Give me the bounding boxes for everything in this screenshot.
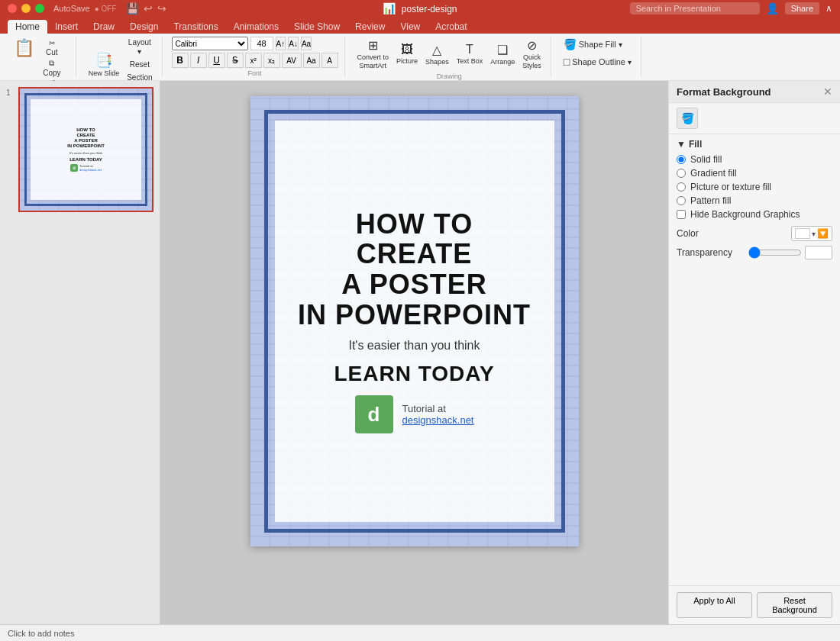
- font-case-button[interactable]: Aa: [303, 53, 320, 68]
- subscript-button[interactable]: x₂: [263, 53, 280, 68]
- shapes-button[interactable]: △ Shapes: [422, 41, 452, 67]
- format-panel: Format Background ✕ 🪣 ▼ Fill Solid fill …: [668, 81, 840, 624]
- tab-draw[interactable]: Draw: [86, 20, 122, 34]
- shape-fill-button[interactable]: 🪣 Shape Fill ▾: [561, 37, 635, 52]
- bold-button[interactable]: B: [172, 53, 189, 68]
- font-size-increase-button[interactable]: A↑: [276, 37, 286, 50]
- notes-placeholder[interactable]: Click to add notes: [8, 629, 74, 638]
- main-area: HOW TO CREATE A POSTER IN POWERPOINT It'…: [160, 81, 668, 624]
- slide-thumbnail[interactable]: HOW TO CREATE A POSTER IN POWERPOINT It'…: [18, 87, 153, 212]
- color-picker-chevron: ▾: [812, 230, 816, 238]
- cut-icon: ✂: [49, 39, 55, 47]
- italic-button[interactable]: I: [190, 53, 207, 68]
- search-input[interactable]: [630, 2, 760, 14]
- arrange-button[interactable]: ❑ Arrange: [487, 41, 518, 67]
- title-bar-right: 👤 Share ∧: [630, 2, 832, 14]
- cut-button[interactable]: ✂ Cut: [37, 38, 66, 57]
- tab-home[interactable]: Home: [8, 20, 47, 34]
- fullscreen-window-button[interactable]: [35, 4, 44, 13]
- picture-fill-radio[interactable]: [677, 182, 686, 192]
- color-label: Color: [677, 228, 699, 239]
- font-spacing-button[interactable]: AV: [282, 53, 302, 68]
- clear-format-button[interactable]: Aa: [301, 37, 312, 50]
- shape-outline-button[interactable]: □ Shape Outline ▾: [561, 54, 635, 69]
- tab-slideshow[interactable]: Slide Show: [286, 20, 347, 34]
- font-size-input[interactable]: [250, 37, 273, 50]
- arrange-icon: ❑: [497, 43, 508, 57]
- slides-group: 📑 New Slide Layout▾ Reset Section▾ Slide…: [79, 37, 163, 77]
- picture-button[interactable]: 🖼 Picture: [393, 41, 421, 66]
- copy-button[interactable]: ⧉ Copy: [37, 58, 66, 78]
- clipboard-group: 📋 ✂ Cut ⧉ Copy 🖌 Format Pa: [5, 37, 76, 77]
- picture-icon: 🖼: [401, 43, 413, 56]
- ribbon-collapse-icon[interactable]: ∧: [825, 3, 832, 14]
- thumb-white-box: HOW TO CREATE A POSTER IN POWERPOINT It'…: [31, 99, 141, 200]
- transparency-row: Transparency 0%: [677, 246, 832, 259]
- transparency-input[interactable]: 0%: [805, 246, 832, 259]
- slide-main-title: HOW TO CREATE A POSTER IN POWERPOINT: [298, 209, 531, 330]
- apply-to-all-button[interactable]: Apply to All: [677, 592, 752, 618]
- shape-outline-chevron: ▾: [628, 58, 632, 66]
- font-format-row: B I U S̶ x² x₂ AV Aa A: [172, 53, 338, 68]
- slide-list: 1 HOW TO CREATE A POSTER IN POWERPOINT I…: [18, 87, 153, 212]
- textbox-icon: T: [466, 43, 473, 56]
- fill-section-title: ▼ Fill: [677, 139, 832, 150]
- minimize-window-button[interactable]: [21, 4, 31, 13]
- undo-icon[interactable]: ↩: [144, 2, 153, 14]
- hide-bg-checkbox[interactable]: [677, 210, 686, 219]
- thumb-subtitle: It's easier than you think: [69, 151, 102, 155]
- slide-logo-section: d Tutorial at designshack.net: [355, 395, 474, 433]
- quick-styles-button[interactable]: ⊘ Quick Styles: [519, 37, 544, 71]
- panel-footer: Apply to All Reset Background: [669, 585, 840, 624]
- transparency-slider[interactable]: [748, 246, 802, 259]
- reset-button[interactable]: Reset: [124, 59, 155, 70]
- font-family-select[interactable]: Calibri: [172, 37, 248, 50]
- fill-icon-button[interactable]: 🪣: [677, 108, 698, 129]
- tab-insert[interactable]: Insert: [47, 20, 86, 34]
- paste-icon: 📋: [14, 38, 34, 58]
- underline-button[interactable]: U: [208, 53, 225, 68]
- thumb-logo: d: [70, 164, 78, 172]
- paint-bucket-icon: 🪣: [564, 38, 577, 50]
- tab-acrobat[interactable]: Acrobat: [428, 20, 474, 34]
- gradient-fill-row: Gradient fill: [677, 168, 832, 179]
- slide-canvas[interactable]: HOW TO CREATE A POSTER IN POWERPOINT It'…: [250, 96, 579, 546]
- panel-close-button[interactable]: ✕: [823, 85, 832, 98]
- tab-review[interactable]: Review: [347, 20, 393, 34]
- strikethrough-button[interactable]: S̶: [227, 53, 244, 68]
- traffic-lights: AutoSave ● OFF 💾 ↩ ↪: [8, 2, 166, 14]
- font-size-decrease-button[interactable]: A↓: [288, 37, 299, 50]
- gradient-fill-radio[interactable]: [677, 169, 686, 178]
- autosave-toggle[interactable]: ● OFF: [95, 5, 117, 13]
- redo-icon[interactable]: ↪: [157, 2, 166, 14]
- layout-chevron: ▾: [137, 47, 141, 56]
- shape-fill-btns: 🪣 Shape Fill ▾ □ Shape Outline ▾: [561, 37, 635, 69]
- color-picker-button[interactable]: ▾ 🔽: [791, 226, 832, 241]
- tab-view[interactable]: View: [393, 20, 428, 34]
- solid-fill-radio[interactable]: [677, 155, 686, 164]
- pattern-fill-row: Pattern fill: [677, 195, 832, 206]
- panel-icon-row: 🪣: [669, 103, 840, 134]
- reset-background-button[interactable]: Reset Background: [757, 592, 832, 618]
- slide-content: HOW TO CREATE A POSTER IN POWERPOINT It'…: [275, 121, 554, 522]
- shape-fill-group: 🪣 Shape Fill ▾ □ Shape Outline ▾: [554, 37, 641, 77]
- thumb-logo-row: d Tutorial at designshack.net: [70, 164, 102, 172]
- ribbon-tabs: Home Insert Draw Design Transitions Anim…: [0, 17, 840, 34]
- superscript-button[interactable]: x²: [245, 53, 262, 68]
- save-icon[interactable]: 💾: [126, 2, 139, 14]
- pattern-fill-label: Pattern fill: [690, 195, 731, 206]
- drawing-btns: ⊞ Convert to SmartArt 🖼 Picture △ Shapes…: [354, 37, 544, 71]
- font-color-button[interactable]: A: [321, 53, 338, 68]
- share-button[interactable]: Share: [785, 2, 819, 14]
- color-row: Color ▾ 🔽: [677, 226, 832, 241]
- close-window-button[interactable]: [8, 4, 17, 13]
- tab-animations[interactable]: Animations: [226, 20, 286, 34]
- pattern-fill-radio[interactable]: [677, 196, 686, 205]
- tab-transitions[interactable]: Transitions: [166, 20, 225, 34]
- account-icon[interactable]: 👤: [766, 2, 779, 14]
- layout-button[interactable]: Layout▾: [124, 37, 155, 57]
- textbox-button[interactable]: T Text Box: [454, 41, 486, 66]
- thumb-bg: HOW TO CREATE A POSTER IN POWERPOINT It'…: [20, 89, 152, 211]
- tab-design[interactable]: Design: [122, 20, 166, 34]
- convert-smartart-button[interactable]: ⊞ Convert to SmartArt: [354, 37, 393, 71]
